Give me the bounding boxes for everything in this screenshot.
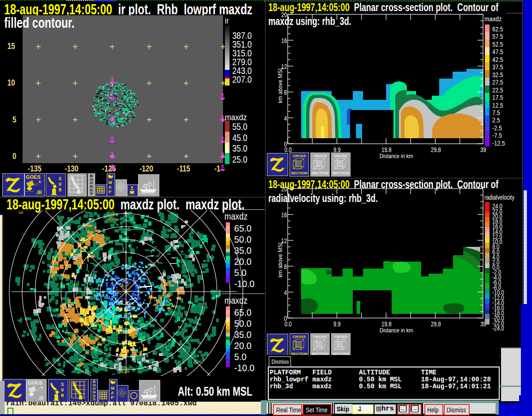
svg-text:GOES: GOES <box>28 380 42 385</box>
svg-text:A: A <box>111 391 114 395</box>
svg-text:M: M <box>109 180 112 185</box>
svg-text:S: S <box>59 177 61 182</box>
svg-text:P: P <box>111 395 114 400</box>
svg-text:U: U <box>59 182 61 187</box>
svg-text:P: P <box>109 190 111 194</box>
svg-text:GOES: GOES <box>26 174 41 180</box>
svg-text:.IR: .IR <box>38 396 44 401</box>
svg-text:R: R <box>59 188 61 193</box>
svg-text:.IR: .IR <box>36 190 42 195</box>
svg-text:M: M <box>111 386 115 391</box>
svg-text:S: S <box>61 382 64 387</box>
svg-text:A: A <box>109 185 112 190</box>
svg-text:U: U <box>61 388 64 393</box>
svg-text:R: R <box>61 393 64 398</box>
